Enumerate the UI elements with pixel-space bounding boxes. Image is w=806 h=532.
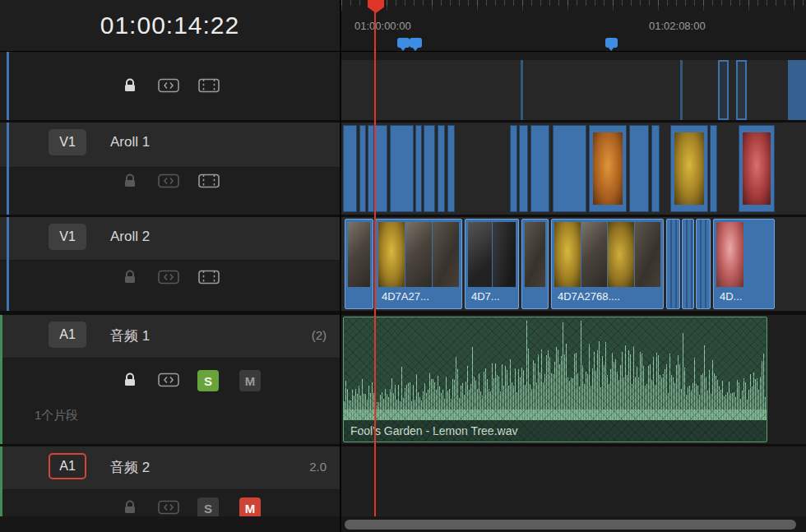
clip-thumbnail [593, 132, 623, 205]
video-clip[interactable] [519, 125, 528, 212]
clip-fragment[interactable] [718, 60, 729, 120]
timeline-marker[interactable] [605, 38, 618, 48]
video-clip[interactable] [629, 125, 649, 212]
video-clip[interactable] [415, 125, 422, 212]
clip-label: 4D... [716, 286, 771, 306]
clip-thumbnails [348, 222, 370, 287]
lane-audio1[interactable]: Fool's Garden - Lemon Tree.wav [341, 315, 806, 444]
auto-select-icon[interactable] [158, 270, 179, 285]
timeline-ruler[interactable]: 01:00:00:0001:02:08:00 [341, 0, 806, 51]
video-clip[interactable]: 4D7A2768.... [551, 219, 664, 309]
video-clip[interactable] [438, 125, 445, 212]
clip-thumbnail [743, 132, 771, 205]
clip-thumbnails [525, 222, 545, 287]
track-separator [0, 120, 806, 123]
audio-clip[interactable]: Fool's Garden - Lemon Tree.wav [343, 317, 767, 442]
video-clip[interactable] [670, 125, 708, 212]
clip-fragment[interactable] [736, 60, 747, 120]
lock-icon[interactable] [122, 372, 138, 386]
video-clip[interactable] [682, 219, 694, 309]
video-clip[interactable] [368, 125, 374, 212]
track-row-aroll2-controls[interactable] [0, 261, 340, 311]
scrollbar-thumb[interactable] [345, 520, 796, 530]
track-color-strip-v2 [7, 52, 9, 120]
track-name-audio1: 音频 1 [110, 326, 150, 345]
audio-clip-label: Fool's Garden - Lemon Tree.wav [344, 420, 767, 442]
clip-label: 4D7A2768.... [554, 286, 660, 306]
track-badge-a1[interactable]: A1 [49, 322, 86, 348]
timeline-marker[interactable] [410, 38, 422, 48]
video-clip[interactable] [739, 125, 775, 212]
film-frame-icon[interactable] [198, 270, 220, 285]
clip-thumbnail [468, 222, 492, 287]
video-clip[interactable] [510, 125, 517, 212]
lock-icon[interactable] [122, 78, 138, 92]
clip-label: 4D7... [468, 286, 516, 306]
timeline-area[interactable]: 01:00:00:0001:02:08:00 4D7A27...4D7...4D… [341, 0, 806, 516]
video-clip[interactable]: 4D7A27... [375, 219, 462, 309]
clip-thumbnail [716, 222, 743, 287]
solo-button[interactable]: S [197, 497, 219, 516]
clip-thumbnail [635, 222, 661, 287]
track-name-audio2: 音频 2 [110, 458, 150, 477]
panel-divider[interactable] [340, 0, 341, 532]
track-color-strip-aroll2 [7, 217, 9, 311]
video-clip[interactable]: 4D... [713, 219, 775, 309]
video-clip[interactable] [521, 219, 549, 309]
clip-fragment[interactable] [788, 60, 806, 120]
track-row-audio1-controls[interactable] [0, 359, 340, 444]
lane-aroll2[interactable]: 4D7A27...4D7...4D7A2768....4D... [341, 217, 806, 311]
track-name-aroll1: Aroll 1 [110, 134, 150, 150]
video-clip[interactable] [390, 125, 414, 212]
lane-audio2[interactable] [341, 446, 806, 516]
lock-icon[interactable] [122, 270, 138, 284]
clip-thumbnail [378, 222, 405, 287]
clip-thumbnails [716, 222, 771, 287]
video-clip[interactable] [375, 125, 387, 212]
video-clip[interactable] [710, 125, 717, 212]
auto-select-icon[interactable] [158, 78, 179, 93]
mute-button[interactable]: M [239, 497, 261, 516]
video-clip[interactable] [589, 125, 627, 212]
clip-thumbnail [525, 222, 545, 287]
lock-icon[interactable] [122, 173, 138, 187]
video-clip[interactable] [651, 125, 660, 212]
auto-select-icon[interactable] [158, 500, 179, 515]
clip-thumbnail [493, 222, 516, 287]
video-audio-separator [0, 311, 806, 315]
auto-select-icon[interactable] [158, 173, 179, 188]
timecode-display: 01:00:14:22 [0, 0, 340, 51]
clip-thumbnails [468, 222, 516, 287]
video-clip[interactable] [530, 125, 549, 212]
film-frame-icon[interactable] [198, 78, 220, 93]
lane-aroll1[interactable] [341, 123, 806, 215]
video-clip[interactable] [696, 219, 711, 309]
video-clip[interactable] [343, 125, 357, 212]
clip-thumbnail [433, 222, 459, 287]
clip-thumbnail [405, 222, 432, 287]
video-clip[interactable] [553, 125, 586, 212]
lane-v2[interactable] [341, 60, 806, 120]
video-clip[interactable]: 4D7... [465, 219, 519, 309]
video-clip[interactable] [345, 219, 373, 309]
auto-select-icon[interactable] [158, 372, 179, 387]
track-badge-v1b[interactable]: V1 [49, 224, 86, 250]
video-clip[interactable] [359, 125, 366, 212]
clip-fragment[interactable] [521, 60, 523, 120]
track-badge-a1-destination[interactable]: A1 [49, 453, 86, 479]
track-badge-v1[interactable]: V1 [49, 129, 86, 155]
playhead[interactable] [374, 0, 376, 516]
timeline-marker[interactable] [397, 38, 410, 48]
video-clip[interactable] [666, 219, 680, 309]
solo-button[interactable]: S [197, 370, 219, 391]
clip-fragment[interactable] [680, 60, 683, 120]
video-clip[interactable] [424, 125, 435, 212]
clip-label: 4D7A27... [378, 286, 459, 306]
davinci-timeline: 01:00:14:22 V1 Aroll 1 [0, 0, 806, 532]
header-separator [0, 51, 806, 52]
mute-button[interactable]: M [239, 370, 261, 391]
film-frame-icon[interactable] [198, 173, 220, 188]
lock-icon[interactable] [122, 500, 138, 514]
track-name-aroll2: Aroll 2 [110, 229, 150, 245]
video-clip[interactable] [447, 125, 455, 212]
